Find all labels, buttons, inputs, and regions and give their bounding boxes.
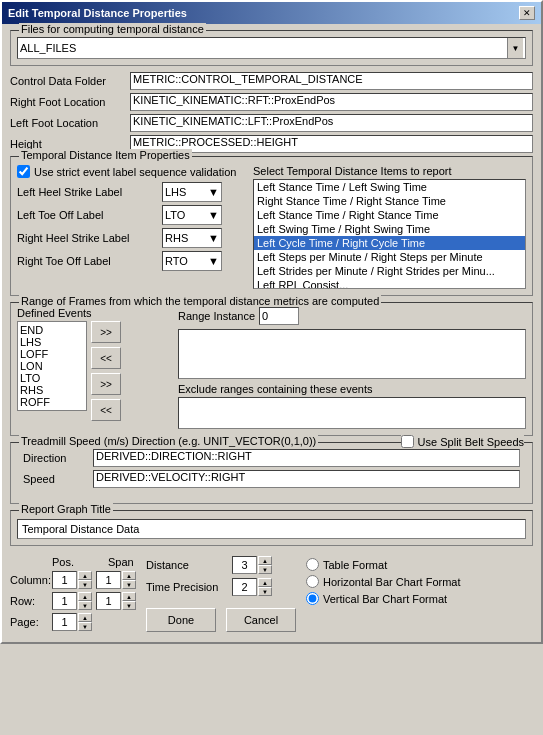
list-header: Select Temporal Distance Items to report xyxy=(253,165,526,177)
table-format-radio[interactable] xyxy=(306,558,319,571)
temporal-props-inner: Use strict event label sequence validati… xyxy=(17,165,526,289)
vertical-bar-radio[interactable] xyxy=(306,592,319,605)
event-item[interactable]: LON xyxy=(20,360,84,372)
range-instance-input[interactable] xyxy=(259,307,299,325)
lto-combo[interactable]: LTO ▼ xyxy=(162,205,222,225)
row-pos-input[interactable] xyxy=(52,592,77,610)
list-item[interactable]: Left Stance Time / Left Swing Time xyxy=(254,180,525,194)
direction-label: Direction xyxy=(23,452,93,464)
page-pos-input[interactable] xyxy=(52,613,77,631)
lhs-combo-arrow: ▼ xyxy=(208,186,219,198)
list-item-selected[interactable]: Left Cycle Time / Right Cycle Time xyxy=(254,236,525,250)
rhs-row: Right Heel Strike Label RHS ▼ xyxy=(17,228,247,248)
list-item[interactable]: Left Swing Time / Right Swing Time xyxy=(254,222,525,236)
files-combo-arrow[interactable]: ▼ xyxy=(507,38,523,58)
left-foot-row: Left Foot Location KINETIC_KINEMATIC::LF… xyxy=(10,114,533,132)
cancel-button[interactable]: Cancel xyxy=(226,608,296,632)
row-pos-up[interactable]: ▲ xyxy=(78,592,92,601)
strict-validation-row: Use strict event label sequence validati… xyxy=(17,165,247,178)
column-span-input[interactable] xyxy=(96,571,121,589)
row-span-input[interactable] xyxy=(96,592,121,610)
horizontal-bar-radio[interactable] xyxy=(306,575,319,588)
event-item[interactable]: RHS xyxy=(20,384,84,396)
span-header: Span xyxy=(108,556,134,568)
column-pos-down[interactable]: ▼ xyxy=(78,580,92,589)
rto-combo[interactable]: RTO ▼ xyxy=(162,251,222,271)
temporal-right: Select Temporal Distance Items to report… xyxy=(253,165,526,289)
forward-arrow-btn2[interactable]: >> xyxy=(91,373,121,395)
events-listbox[interactable]: END LHS LOFF LON LTO RHS ROFF RON xyxy=(17,321,87,411)
range-instance-row: Range Instance xyxy=(178,307,526,325)
lhs-combo[interactable]: LHS ▼ xyxy=(162,182,222,202)
list-item[interactable]: Left Strides per Minute / Right Strides … xyxy=(254,264,525,278)
event-item[interactable]: RON xyxy=(20,408,84,411)
direction-input[interactable]: DERIVED::DIRECTION::RIGHT xyxy=(93,449,520,467)
report-title-label: Report Graph Title xyxy=(19,503,113,515)
right-foot-input[interactable]: KINETIC_KINEMATIC::RFT::ProxEndPos xyxy=(130,93,533,111)
speed-row: Speed DERIVED::VELOCITY::RIGHT xyxy=(23,470,520,488)
control-data-input[interactable]: METRIC::CONTROL_TEMPORAL_DISTANCE xyxy=(130,72,533,90)
list-item[interactable]: Left Stance Time / Right Stance Time xyxy=(254,208,525,222)
lto-combo-arrow: ▼ xyxy=(208,209,219,221)
table-format-label: Table Format xyxy=(323,559,387,571)
time-precision-input[interactable] xyxy=(232,578,257,596)
row-pos-down[interactable]: ▼ xyxy=(78,601,92,610)
column-label: Column: xyxy=(10,574,48,586)
strict-validation-checkbox[interactable] xyxy=(17,165,30,178)
column-pos-input[interactable] xyxy=(52,571,77,589)
column-span-down[interactable]: ▼ xyxy=(122,580,136,589)
right-foot-row: Right Foot Location KINETIC_KINEMATIC::R… xyxy=(10,93,533,111)
page-label: Page: xyxy=(10,616,48,628)
list-item[interactable]: Right Stance Time / Right Stance Time xyxy=(254,194,525,208)
row-span-up[interactable]: ▲ xyxy=(122,592,136,601)
files-combo[interactable]: ALL_FILES ▼ xyxy=(17,37,526,59)
split-belt-checkbox[interactable] xyxy=(401,435,414,448)
defined-events-label: Defined Events xyxy=(17,307,172,319)
back-arrow-btn[interactable]: << xyxy=(91,347,121,369)
form-fields: Control Data Folder METRIC::CONTROL_TEMP… xyxy=(10,72,533,153)
close-button[interactable]: ✕ xyxy=(519,6,535,20)
time-precision-up[interactable]: ▲ xyxy=(258,578,272,587)
row-span-btns: ▲ ▼ xyxy=(122,592,136,610)
event-item[interactable]: LHS xyxy=(20,336,84,348)
temporal-listbox[interactable]: Left Stance Time / Left Swing Time Right… xyxy=(253,179,526,289)
pos-span-section: Pos. Span Column: ▲ ▼ xyxy=(10,556,136,631)
distance-up[interactable]: ▲ xyxy=(258,556,272,565)
lhs-row: Left Heel Strike Label LHS ▼ xyxy=(17,182,247,202)
range-instance-label: Range Instance xyxy=(178,310,255,322)
rhs-combo[interactable]: RHS ▼ xyxy=(162,228,222,248)
vertical-bar-label: Vertical Bar Chart Format xyxy=(323,593,447,605)
horizontal-bar-row: Horizontal Bar Chart Format xyxy=(306,575,461,588)
title-bar-buttons: ✕ xyxy=(519,6,535,20)
event-item[interactable]: LOFF xyxy=(20,348,84,360)
page-pos-down[interactable]: ▼ xyxy=(78,622,92,631)
split-belt-label: Use Split Belt Speeds xyxy=(418,436,524,448)
temporal-left: Use strict event label sequence validati… xyxy=(17,165,247,289)
back-arrow-btn2[interactable]: << xyxy=(91,399,121,421)
event-item[interactable]: LTO xyxy=(20,372,84,384)
distance-spinner: ▲ ▼ xyxy=(232,556,272,574)
lto-row: Left Toe Off Label LTO ▼ xyxy=(17,205,247,225)
distance-down[interactable]: ▼ xyxy=(258,565,272,574)
control-data-label: Control Data Folder xyxy=(10,75,130,87)
speed-input[interactable]: DERIVED::VELOCITY::RIGHT xyxy=(93,470,520,488)
time-precision-down[interactable]: ▼ xyxy=(258,587,272,596)
done-button[interactable]: Done xyxy=(146,608,216,632)
event-item[interactable]: ROFF xyxy=(20,396,84,408)
events-area: END LHS LOFF LON LTO RHS ROFF RON >> << xyxy=(17,321,172,421)
temporal-props-group: Temporal Distance Item Properties Use st… xyxy=(10,156,533,296)
temporal-props-label: Temporal Distance Item Properties xyxy=(19,149,192,161)
distance-input[interactable] xyxy=(232,556,257,574)
column-pos-up[interactable]: ▲ xyxy=(78,571,92,580)
column-span-up[interactable]: ▲ xyxy=(122,571,136,580)
middle-section: Distance ▲ ▼ Time Precision ▲ xyxy=(146,556,296,632)
list-item[interactable]: Left RPL Consist... xyxy=(254,278,525,289)
left-foot-input[interactable]: KINETIC_KINEMATIC::LFT::ProxEndPos xyxy=(130,114,533,132)
page-pos-up[interactable]: ▲ xyxy=(78,613,92,622)
row-span-down[interactable]: ▼ xyxy=(122,601,136,610)
list-item[interactable]: Left Steps per Minute / Right Steps per … xyxy=(254,250,525,264)
forward-arrow-btn[interactable]: >> xyxy=(91,321,121,343)
report-title-input[interactable] xyxy=(17,519,526,539)
event-item[interactable]: END xyxy=(20,324,84,336)
column-span-spinner: ▲ ▼ xyxy=(96,571,136,589)
